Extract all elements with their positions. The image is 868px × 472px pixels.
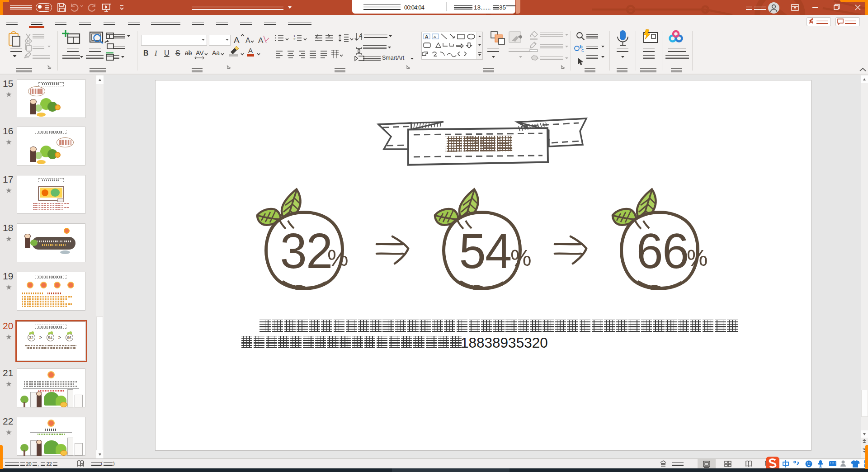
svg-text:A: A xyxy=(234,35,240,45)
svg-text:2: 2 xyxy=(293,37,296,41)
svg-text:B: B xyxy=(143,49,149,57)
svg-text:U: U xyxy=(164,49,170,57)
svg-text:A: A xyxy=(258,36,264,45)
svg-text:A: A xyxy=(245,37,250,44)
svg-text:Aa: Aa xyxy=(212,49,220,57)
svg-text:A: A xyxy=(434,35,436,39)
svg-text:c: c xyxy=(581,47,584,53)
svg-text:ab: ab xyxy=(185,49,192,57)
svg-text:I: I xyxy=(154,49,157,57)
svg-text:A: A xyxy=(425,34,428,39)
svg-text:AV: AV xyxy=(196,49,204,57)
svg-text:S: S xyxy=(175,49,180,57)
svg-text:A: A xyxy=(248,47,253,54)
svg-text:A: A xyxy=(359,33,363,38)
